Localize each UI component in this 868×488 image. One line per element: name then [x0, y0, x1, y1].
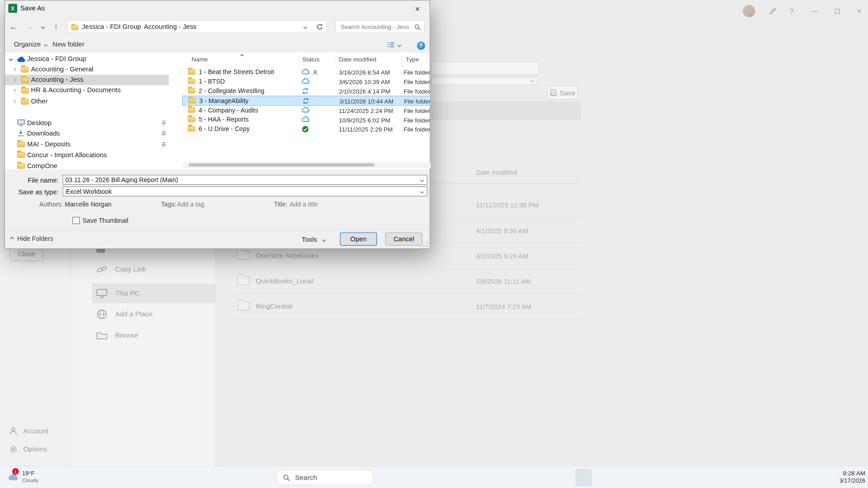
cancel-button[interactable]: Cancel — [385, 232, 422, 245]
chevron-down-icon — [41, 24, 45, 28]
column-header-type[interactable]: Type — [406, 56, 419, 63]
breadcrumb-segment[interactable]: Jessica - FDI Group — [82, 23, 141, 30]
status-sync-icon — [302, 98, 310, 107]
forward-icon: → — [25, 22, 33, 31]
folder-icon — [21, 77, 29, 83]
pin-icon[interactable] — [160, 131, 166, 136]
onedrive-cloud-icon — [17, 56, 26, 62]
status-cloud-icon — [302, 78, 310, 86]
file-row[interactable]: 5 - HAA - Reports 10/9/2025 6:02 PM File… — [182, 115, 431, 125]
resize-grip[interactable] — [424, 242, 428, 247]
tree-item[interactable]: Concur - Import Allocations — [5, 150, 171, 160]
file-name-combo[interactable] — [62, 175, 427, 185]
recent-locations-button[interactable] — [38, 20, 47, 33]
expander-closed-icon[interactable] — [12, 89, 16, 93]
file-row[interactable]: 2 - Collegiate Wrestling 2/10/2026 4:14 … — [182, 86, 431, 96]
file-date: 11/24/2025 2:24 PM — [339, 107, 393, 114]
chevron-up-icon — [10, 236, 14, 240]
tree-item-selected[interactable]: Accounting - Jess — [5, 75, 169, 85]
tools-label: Tools — [302, 236, 317, 244]
organize-button[interactable]: Organize — [14, 40, 47, 48]
refresh-button[interactable] — [316, 23, 323, 32]
up-button[interactable]: ↑ — [49, 20, 62, 33]
tree-item-root[interactable]: Jessica - FDI Group — [5, 54, 171, 64]
address-bar[interactable]: Jessica - FDI Group › Accounting - Jess … — [67, 20, 327, 33]
chevron-down-icon[interactable] — [420, 178, 424, 182]
scrollbar-thumb[interactable] — [189, 163, 374, 166]
breadcrumb-segment[interactable]: Accounting - Jess — [144, 23, 196, 30]
title-value[interactable]: Add a title — [289, 201, 318, 207]
expander-open-icon[interactable] — [9, 57, 13, 61]
tree-item-downloads[interactable]: Downloads — [5, 128, 171, 139]
tools-button[interactable]: Tools — [302, 236, 326, 244]
forward-button[interactable]: → — [23, 20, 36, 33]
file-row[interactable]: 1 - BTSD 3/6/2026 10:39 AM File folder — [182, 77, 431, 86]
file-name: 3 - ManageAbility — [199, 98, 249, 104]
taskbar-search[interactable]: Search — [276, 470, 374, 485]
divider[interactable] — [298, 55, 298, 64]
taskbar-clock[interactable]: 9:28 AM 3/17/2026 — [828, 470, 865, 484]
folder-icon — [188, 79, 195, 84]
divider[interactable] — [426, 55, 427, 64]
file-name-input[interactable] — [65, 176, 414, 183]
pin-icon[interactable] — [160, 141, 166, 147]
chevron-down-icon — [43, 42, 47, 47]
tree-label: Accounting - General — [31, 65, 94, 73]
dialog-titlebar[interactable]: X Save As × — [5, 0, 429, 16]
weather-condition: Cloudy — [22, 477, 38, 483]
file-row[interactable]: 6 - U Drive - Copy 11/11/2025 2:29 PM Fi… — [182, 125, 431, 134]
divider[interactable] — [335, 55, 335, 64]
file-type: File folder — [404, 98, 431, 104]
file-row[interactable]: 1 - Beat the Streets Detroit 3/16/2026 8… — [182, 67, 431, 77]
divider[interactable] — [401, 55, 402, 64]
views-button[interactable] — [387, 42, 401, 48]
horizontal-scrollbar[interactable] — [182, 162, 431, 168]
chevron-down-icon[interactable] — [420, 190, 424, 194]
file-row[interactable]: 4 - Company - Audits 11/24/2025 2:24 PM … — [182, 106, 431, 115]
folder-icon — [21, 99, 29, 104]
search-placeholder: Search Accounting - Jess — [340, 23, 409, 30]
expander-closed-icon[interactable] — [12, 78, 16, 82]
tree-item[interactable]: CompOne — [5, 161, 171, 169]
tree-label: Jessica - FDI Group — [27, 55, 86, 62]
expander-closed-icon[interactable] — [12, 67, 16, 71]
tree-item[interactable]: Other — [5, 96, 171, 107]
expander-closed-icon[interactable] — [12, 99, 16, 103]
sort-ascending-icon — [240, 54, 244, 56]
search-icon[interactable] — [414, 24, 421, 32]
authors-value[interactable]: Marcelle Norgan — [65, 201, 111, 207]
save-thumbnail-checkbox[interactable] — [72, 217, 80, 224]
folder-icon — [188, 108, 195, 113]
notification-badge: 1 — [12, 468, 19, 475]
tags-value[interactable]: Add a tag — [177, 201, 204, 207]
tree-item[interactable]: MAI - Deposits — [5, 140, 171, 150]
folder-icon — [17, 141, 25, 147]
column-header-status[interactable]: Status — [302, 56, 320, 63]
file-row-selected[interactable]: 3 - ManageAbility 3/11/2026 10:44 AM Fil… — [182, 96, 431, 106]
status-cloud-icon — [302, 107, 310, 114]
tree-item[interactable]: Accounting - General — [5, 64, 171, 75]
file-name: 1 - BTSD — [199, 78, 225, 85]
column-header-name[interactable]: Name — [192, 56, 208, 63]
hide-folders-button[interactable]: Hide Folders — [10, 235, 53, 242]
breadcrumb-separator[interactable]: › — [137, 22, 140, 30]
breadcrumb-separator[interactable]: › — [193, 22, 195, 30]
file-date: 3/11/2026 10:44 AM — [340, 98, 394, 104]
pin-icon[interactable] — [160, 120, 166, 126]
address-dropdown-icon[interactable] — [303, 25, 307, 29]
search-input[interactable]: Search Accounting - Jess — [335, 20, 425, 33]
open-button[interactable]: Open — [340, 232, 377, 245]
back-button[interactable]: ← — [7, 20, 20, 33]
search-label: Search — [295, 474, 317, 481]
tree-item[interactable]: HR & Accounting - Documents — [5, 85, 171, 96]
file-name: 5 - HAA - Reports — [199, 116, 249, 123]
help-button[interactable]: ? — [417, 42, 425, 50]
save-type-combo[interactable]: Excel Workbook — [62, 187, 427, 197]
excel-active-highlight — [575, 469, 592, 486]
folder-icon — [188, 117, 195, 122]
weather-widget[interactable]: 1 19°F Cloudy — [5, 468, 49, 488]
tree-item-desktop[interactable]: Desktop — [5, 118, 171, 128]
column-header-date[interactable]: Date modified — [339, 56, 376, 63]
new-folder-button[interactable]: New folder — [52, 40, 84, 48]
dialog-close-button[interactable]: × — [405, 0, 429, 16]
